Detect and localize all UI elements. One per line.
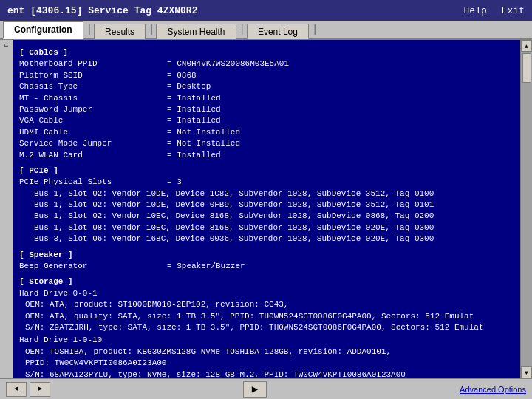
hdd-001-sn: S/N: Z9ATZJRH, type: SATA, size: 1 TB 3.… xyxy=(19,322,514,333)
beep-generator-value: = Speaker/Buzzer xyxy=(167,261,245,272)
pcie-physical-slots-line: PCIe Physical Slots = 3 xyxy=(19,177,514,188)
storage-header: [ Storage ] xyxy=(19,276,514,287)
service-mode-jumper-line: Service Mode Jumper = Not Installed xyxy=(19,138,514,149)
service-mode-jumper-value: = Not Installed xyxy=(167,138,240,149)
content-panel: [ Cables ] Motherboard PPID = CN0H4VK7WS… xyxy=(13,40,520,378)
left-strip: n xyxy=(0,40,13,378)
m2-wlan-line: M.2 WLAN Card = Installed xyxy=(19,150,514,161)
advanced-options-link[interactable]: Advanced Options xyxy=(460,385,526,394)
pcie-physical-slots-label: PCIe Physical Slots xyxy=(19,177,167,188)
m2-wlan-value: = Installed xyxy=(167,150,221,161)
beep-generator-line: Beep Generator = Speaker/Buzzer xyxy=(19,261,514,272)
mt-chassis-value: = Installed xyxy=(167,93,221,104)
section-speaker: [ Speaker ] Beep Generator = Speaker/Buz… xyxy=(19,250,514,273)
nav-left-button[interactable]: ◄ xyxy=(6,382,27,397)
scroll-thumb[interactable] xyxy=(522,53,531,83)
left-strip-label: n xyxy=(3,43,10,47)
tab-results[interactable]: Results xyxy=(94,24,146,39)
motherboard-ppid-line: Motherboard PPID = CN0H4VK7WS20086M03E5A… xyxy=(19,58,514,69)
titlebar: ent [4306.15] Service Tag 4ZXN0R2 Help E… xyxy=(0,0,532,21)
motherboard-ppid-label: Motherboard PPID xyxy=(19,58,167,69)
nav-arrows: ◄ ► xyxy=(6,382,50,397)
bottombar: ◄ ► ▶ Advanced Options xyxy=(0,378,532,399)
play-icon: ▶ xyxy=(252,383,258,395)
titlebar-title: ent [4306.15] Service Tag 4ZXN0R2 xyxy=(7,5,197,16)
platform-ssid-label: Platform SSID xyxy=(19,70,167,81)
hdd-001-label: Hard Drive 0-0-1 xyxy=(19,288,514,299)
vga-cable-label: VGA Cable xyxy=(19,115,167,126)
pcie-physical-slots-value: = 3 xyxy=(167,177,182,188)
pcie-bus1-slot02-2: Bus 1, Slot 02: Vendor 10DE, Device 0FB9… xyxy=(19,200,514,211)
tab-separator-3: | xyxy=(238,24,247,35)
chassis-type-value: = Desktop xyxy=(167,81,211,92)
hdd-1010-oem: OEM: TOSHIBA, product: KBG30ZMS128G NVMe… xyxy=(19,347,514,358)
pcie-bus1-slot02-1: Bus 1, Slot 02: Vendor 10DE, Device 1C82… xyxy=(19,188,514,200)
chassis-type-label: Chassis Type xyxy=(19,81,167,92)
tabbar: Configuration | Results | System Health … xyxy=(0,21,532,40)
vga-cable-value: = Installed xyxy=(167,115,221,126)
tab-separator-1: | xyxy=(85,24,94,35)
tab-system-health[interactable]: System Health xyxy=(156,24,236,39)
pcie-bus1-slot02-3: Bus 1, Slot 02: Vendor 10EC, Device 8168… xyxy=(19,211,514,222)
scroll-track xyxy=(521,52,532,366)
speaker-header: [ Speaker ] xyxy=(19,250,514,261)
password-jumper-line: Password Jumper = Installed xyxy=(19,104,514,115)
pcie-bus1-slot08: Bus 1, Slot 08: Vendor 10EC, Device 8168… xyxy=(19,222,514,233)
hdmi-cable-line: HDMI Cable = Not Installed xyxy=(19,127,514,138)
text-area[interactable]: [ Cables ] Motherboard PPID = CN0H4VK7WS… xyxy=(13,40,520,378)
scroll-up-button[interactable]: ▲ xyxy=(521,40,532,52)
password-jumper-label: Password Jumper xyxy=(19,104,167,115)
play-button[interactable]: ▶ xyxy=(243,381,267,398)
platform-ssid-value: = 0868 xyxy=(167,70,197,81)
tab-configuration[interactable]: Configuration xyxy=(3,21,83,39)
motherboard-ppid-value: = CN0H4VK7WS20086M03E5A01 xyxy=(167,58,289,69)
nav-right-button[interactable]: ► xyxy=(30,382,50,397)
vga-cable-line: VGA Cable = Installed xyxy=(19,115,514,126)
section-storage: [ Storage ] Hard Drive 0-0-1 OEM: ATA, p… xyxy=(19,276,514,378)
platform-ssid-line: Platform SSID = 0868 xyxy=(19,70,514,81)
hdd-1010-sn: S/N: 68APA123PYLU, type: NVMe, size: 128… xyxy=(19,369,514,378)
beep-generator-label: Beep Generator xyxy=(19,261,167,272)
right-scrollbar[interactable]: ▲ ▼ xyxy=(520,40,532,378)
service-mode-jumper-label: Service Mode Jumper xyxy=(19,138,167,149)
mt-chassis-line: MT - Chassis = Installed xyxy=(19,93,514,104)
exit-button[interactable]: Exit xyxy=(502,5,525,16)
help-button[interactable]: Help xyxy=(464,5,487,16)
titlebar-actions: Help Exit xyxy=(464,5,525,16)
hdmi-cable-value: = Not Installed xyxy=(167,127,240,138)
password-jumper-value: = Installed xyxy=(167,104,221,115)
hdd-001-quality: OEM: ATA, quality: SATA, size: 1 TB 3.5"… xyxy=(19,311,514,322)
hdd-1010-ppid: PPID: TW0CW4VKPTI0086A0I23A00 xyxy=(19,358,514,369)
hdd-001-oem: OEM: ATA, product: ST1000DM010-2EP102, r… xyxy=(19,299,514,310)
mt-chassis-label: MT - Chassis xyxy=(19,93,167,104)
pcie-bus3-slot06: Bus 3, Slot 06: Vendor 168C, Device 0036… xyxy=(19,233,514,245)
tab-separator-2: | xyxy=(147,24,156,35)
main-content: n [ Cables ] Motherboard PPID = CN0H4VK7… xyxy=(0,40,532,378)
tab-event-log[interactable]: Event Log xyxy=(247,24,309,39)
hdmi-cable-label: HDMI Cable xyxy=(19,127,167,138)
hdd-1010-label: Hard Drive 1-0-10 xyxy=(19,335,514,346)
m2-wlan-label: M.2 WLAN Card xyxy=(19,150,167,161)
scroll-down-button[interactable]: ▼ xyxy=(521,366,532,378)
pcie-header: [ PCIe ] xyxy=(19,166,514,177)
section-cables: [ Cables ] Motherboard PPID = CN0H4VK7WS… xyxy=(19,47,514,161)
cables-header: [ Cables ] xyxy=(19,47,514,58)
section-pcie: [ PCIe ] PCIe Physical Slots = 3 Bus 1, … xyxy=(19,166,514,245)
tab-separator-4: | xyxy=(310,24,319,35)
chassis-type-line: Chassis Type = Desktop xyxy=(19,81,514,92)
